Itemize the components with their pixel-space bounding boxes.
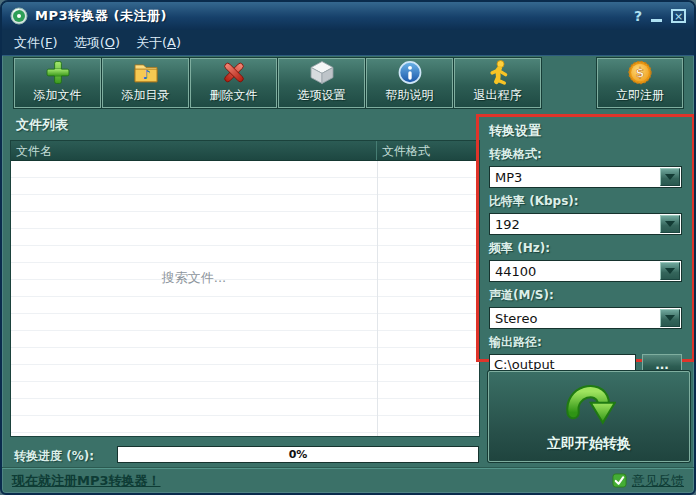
- delete-x-icon: [219, 59, 249, 86]
- svg-text:♪: ♪: [142, 67, 150, 82]
- column-header-format[interactable]: 文件格式: [377, 141, 479, 160]
- channel-dropdown-button[interactable]: [660, 309, 680, 327]
- cube-icon: [307, 59, 337, 86]
- exit-runner-icon: [483, 59, 513, 86]
- register-now-link[interactable]: 现在就注册MP3转换器！: [12, 472, 161, 490]
- column-separator: [377, 161, 378, 436]
- chevron-down-icon: [665, 174, 675, 180]
- bitrate-dropdown-button[interactable]: [660, 215, 680, 233]
- start-conversion-button[interactable]: 立即开始转换: [488, 371, 690, 462]
- menu-options[interactable]: 选项(O): [74, 34, 120, 52]
- toolbar-label: 退出程序: [474, 87, 522, 104]
- register-button[interactable]: $ 立即注册: [597, 58, 683, 108]
- chevron-down-icon: [665, 268, 675, 274]
- window-title: MP3转换器 (未注册): [35, 7, 167, 25]
- menu-about[interactable]: 关于(A): [136, 34, 181, 52]
- status-bar: 现在就注册MP3转换器！ 意见反馈: [2, 467, 694, 493]
- bitrate-select[interactable]: 192: [489, 213, 682, 235]
- delete-file-button[interactable]: 删除文件: [190, 58, 277, 108]
- feedback-link[interactable]: 意见反馈: [632, 472, 684, 490]
- file-list-header: 文件名 文件格式: [11, 141, 479, 161]
- start-conversion-label: 立即开始转换: [547, 435, 631, 453]
- help-button[interactable]: ?: [634, 9, 642, 23]
- minimize-button[interactable]: [651, 11, 662, 22]
- bitrate-label: 比特率 (Kbps):: [489, 193, 682, 210]
- green-check-icon: [612, 473, 627, 488]
- format-select[interactable]: MP3: [489, 166, 682, 188]
- file-list-title: 文件列表: [16, 116, 68, 134]
- app-window: MP3转换器 (未注册) ? × 文件(F) 选项(O) 关于(A) 添加文件: [0, 0, 696, 495]
- title-bar: MP3转换器 (未注册) ? ×: [2, 2, 694, 30]
- options-button[interactable]: 选项设置: [278, 58, 365, 108]
- menu-file[interactable]: 文件(F): [14, 34, 58, 52]
- add-directory-button[interactable]: ♪ 添加目录: [102, 58, 189, 108]
- file-list-table: 文件名 文件格式 搜索文件...: [10, 140, 480, 437]
- toolbar-label: 添加文件: [34, 87, 82, 104]
- close-button[interactable]: ×: [671, 9, 686, 23]
- channel-value: Stereo: [490, 311, 660, 326]
- toolbar-label: 立即注册: [616, 87, 664, 104]
- progress-value: 0%: [118, 447, 478, 462]
- toolbar-label: 选项设置: [298, 87, 346, 104]
- conversion-settings-panel: 转换设置 转换格式: MP3 比特率 (Kbps): 192 频率 (Hz): …: [476, 114, 695, 362]
- help-toolbar-button[interactable]: 帮助说明: [366, 58, 453, 108]
- menu-bar: 文件(F) 选项(O) 关于(A): [2, 30, 694, 56]
- folder-music-icon: ♪: [131, 59, 161, 86]
- channel-select[interactable]: Stereo: [489, 307, 682, 329]
- info-icon: [395, 59, 425, 86]
- format-dropdown-button[interactable]: [660, 168, 680, 186]
- settings-title: 转换设置: [489, 122, 682, 140]
- progress-bar: 0%: [117, 446, 479, 463]
- exit-button[interactable]: 退出程序: [454, 58, 541, 108]
- toolbar-label: 删除文件: [210, 87, 258, 104]
- file-list-body: 搜索文件...: [11, 161, 479, 436]
- chevron-down-icon: [665, 315, 675, 321]
- add-plus-icon: [43, 59, 73, 86]
- chevron-down-icon: [665, 221, 675, 227]
- green-down-arrow-icon: [562, 381, 616, 431]
- format-label: 转换格式:: [489, 146, 682, 163]
- frequency-dropdown-button[interactable]: [660, 262, 680, 280]
- toolbar-label: 添加目录: [122, 87, 170, 104]
- svg-text:$: $: [636, 65, 645, 80]
- add-file-button[interactable]: 添加文件: [14, 58, 101, 108]
- frequency-value: 44100: [490, 264, 660, 279]
- column-header-filename[interactable]: 文件名: [11, 141, 377, 160]
- app-logo-icon: [10, 7, 28, 25]
- format-value: MP3: [490, 170, 660, 185]
- bitrate-value: 192: [490, 217, 660, 232]
- progress-label: 转换进度 (%):: [14, 448, 94, 465]
- gold-coin-icon: $: [625, 59, 655, 86]
- channel-label: 声道(M/S):: [489, 287, 682, 304]
- frequency-select[interactable]: 44100: [489, 260, 682, 282]
- frequency-label: 频率 (Hz):: [489, 240, 682, 257]
- toolbar-label: 帮助说明: [386, 87, 434, 104]
- search-files-placeholder: 搜索文件...: [11, 269, 377, 287]
- output-path-label: 输出路径:: [489, 334, 682, 351]
